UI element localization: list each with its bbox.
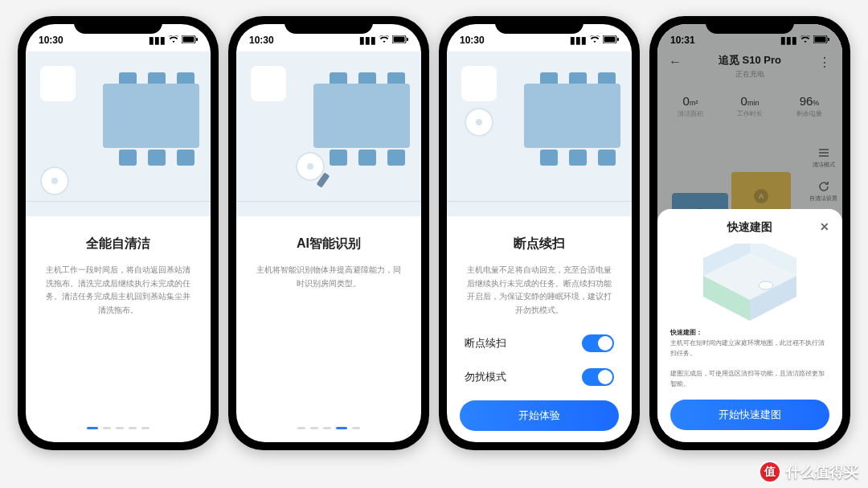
- svg-rect-8: [617, 38, 619, 41]
- toggle-dnd[interactable]: [582, 368, 614, 386]
- toggle-row-resume: 断点续扫: [447, 326, 632, 360]
- status-time: 10:30: [460, 35, 485, 46]
- watermark-text: 什么值得买: [786, 462, 858, 482]
- watermark: 值 什么值得买: [759, 461, 858, 483]
- screen-4: 10:31 ▮▮▮ ← 追觅 S10 Pro 正在充电 ⋮ 0m²清洁面积 0m…: [657, 24, 842, 442]
- phone-1: 10:30 ▮▮▮ 全能: [18, 16, 219, 450]
- battery-icon: [182, 35, 198, 46]
- signal-icon: ▮▮▮: [149, 35, 166, 46]
- wifi-icon: [379, 35, 390, 46]
- battery-icon: [392, 35, 408, 46]
- onboarding-illustration: [447, 51, 632, 216]
- dock-icon: [251, 66, 286, 101]
- onboarding-desc: 主机工作一段时间后，将自动返回基站清洗拖布。清洗完成后继续执行未完成的任务。清洁…: [43, 264, 193, 317]
- onboarding-copy: 断点续扫 主机电量不足将自动回充，充至合适电量后继续执行未完成的任务。断点续扫功…: [447, 216, 632, 326]
- table-icon: [103, 84, 199, 148]
- wifi-icon: [589, 35, 600, 46]
- notch: [285, 16, 373, 34]
- status-time: 10:30: [39, 35, 63, 46]
- robot-icon: [40, 166, 69, 195]
- onboarding-desc: 主机将智能识别物体并提高避障能力，同时识别房间类型。: [254, 264, 403, 290]
- status-right: ▮▮▮: [149, 35, 198, 46]
- svg-rect-1: [183, 37, 194, 43]
- notch: [74, 16, 162, 34]
- sheet-line-2: 建图完成后，可使用选区清扫等功能，且清洁路径更加智能。: [670, 370, 825, 388]
- onboarding-illustration: [236, 51, 421, 216]
- phone-3: 10:30 ▮▮▮ 断点续扫 主机电量不足将自动回充，充至合适电量后继续执行未完…: [439, 16, 640, 450]
- close-icon[interactable]: ✕: [820, 220, 829, 233]
- page-dots[interactable]: [26, 419, 211, 442]
- onboarding-copy: 全能自清洁 主机工作一段时间后，将自动返回基站清洗拖布。清洗完成后继续执行未完成…: [26, 216, 211, 419]
- table-icon: [313, 84, 410, 148]
- svg-rect-7: [604, 37, 616, 43]
- onboarding-title: 断点续扫: [465, 236, 614, 252]
- sheet-body: 快速建图： 主机可在短时间内建立家庭环境地图，此过程不执行清扫任务。 建图完成后…: [670, 328, 829, 390]
- sheet-title-row: 快速建图 ✕: [670, 220, 829, 235]
- phone-4: 10:31 ▮▮▮ ← 追觅 S10 Pro 正在充电 ⋮ 0m²清洁面积 0m…: [649, 16, 850, 450]
- svg-rect-2: [196, 38, 198, 41]
- screen-3: 10:30 ▮▮▮ 断点续扫 主机电量不足将自动回充，充至合适电量后继续执行未完…: [447, 24, 632, 442]
- quick-map-sheet: 快速建图 ✕ 快速建图：: [657, 209, 842, 442]
- toggle-label: 勿扰模式: [465, 370, 506, 384]
- sheet-title: 快速建图: [727, 220, 772, 233]
- onboarding-title: AI智能识别: [254, 236, 403, 252]
- notch: [495, 16, 583, 34]
- dock-icon: [461, 66, 497, 101]
- dock-icon: [40, 66, 76, 101]
- onboarding-desc: 主机电量不足将自动回充，充至合适电量后继续执行未完成的任务。断点续扫功能开启后，…: [465, 264, 614, 317]
- toggle-label: 断点续扫: [465, 336, 506, 351]
- screen-1: 10:30 ▮▮▮ 全能: [26, 24, 211, 442]
- onboarding-illustration: [26, 51, 211, 216]
- svg-rect-5: [407, 38, 408, 41]
- start-experience-button[interactable]: 开始体验: [460, 400, 619, 431]
- screenshot-row: 10:30 ▮▮▮ 全能: [0, 0, 868, 466]
- toggle-resume[interactable]: [582, 334, 614, 352]
- wifi-icon: [168, 35, 179, 46]
- signal-icon: ▮▮▮: [570, 35, 587, 46]
- onboarding-title: 全能自清洁: [43, 236, 193, 252]
- start-quick-map-button[interactable]: 开始快速建图: [670, 400, 829, 430]
- button-label: 开始快速建图: [719, 408, 781, 422]
- isometric-room-icon: [670, 240, 829, 328]
- phone-2: 10:30 ▮▮▮ AI智能识别 主机将智能识别物体并提高避障能力，同时识别房间…: [228, 16, 429, 450]
- sheet-line-1: 主机可在短时间内建立家庭环境地图，此过程不执行清扫任务。: [670, 339, 825, 357]
- battery-icon: [603, 35, 619, 46]
- signal-icon: ▮▮▮: [359, 35, 376, 46]
- table-icon: [524, 84, 620, 148]
- notch: [706, 16, 794, 34]
- sheet-lead: 快速建图：: [670, 329, 702, 336]
- page-dots[interactable]: [236, 419, 421, 442]
- toggle-row-dnd: 勿扰模式: [447, 360, 632, 394]
- svg-point-20: [759, 281, 773, 289]
- screen-2: 10:30 ▮▮▮ AI智能识别 主机将智能识别物体并提高避障能力，同时识别房间…: [236, 24, 421, 442]
- robot-icon: [465, 108, 493, 137]
- onboarding-copy: AI智能识别 主机将智能识别物体并提高避障能力，同时识别房间类型。: [236, 216, 421, 419]
- button-label: 开始体验: [518, 408, 560, 423]
- watermark-badge-icon: 值: [759, 461, 781, 483]
- svg-rect-4: [394, 37, 405, 43]
- status-time: 10:30: [249, 35, 274, 46]
